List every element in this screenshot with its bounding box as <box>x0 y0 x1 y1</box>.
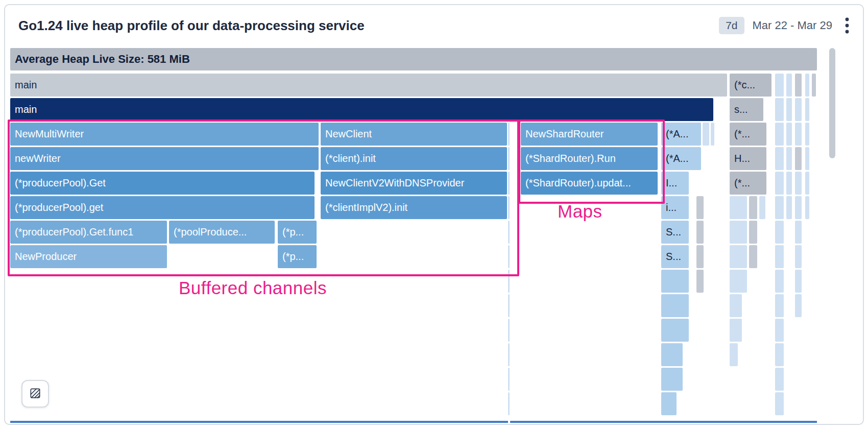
flame-bar[interactable]: (*poolProduce... <box>169 221 275 244</box>
flame-bar[interactable] <box>775 172 784 195</box>
flame-bar[interactable]: NewClientV2WithDNSProvider <box>321 172 507 195</box>
flame-bar[interactable] <box>730 221 747 244</box>
flame-bar[interactable] <box>508 294 510 317</box>
flame-bar[interactable] <box>508 147 510 170</box>
flame-bar[interactable]: NewShardRouter <box>521 123 658 146</box>
flame-bar[interactable] <box>508 368 510 391</box>
flame-bar[interactable] <box>775 123 784 146</box>
flame-bar[interactable]: (*... <box>730 123 766 146</box>
flame-bar[interactable]: (*ShardRouter).Run <box>521 147 658 170</box>
flame-bar[interactable] <box>508 172 510 195</box>
flame-bar[interactable] <box>775 74 784 97</box>
flame-bar[interactable] <box>508 196 510 219</box>
flame-bar[interactable] <box>795 123 802 146</box>
flame-bar[interactable]: main <box>10 74 727 97</box>
flame-bar[interactable] <box>786 74 792 97</box>
flame-bar[interactable] <box>786 98 792 121</box>
flame-bar[interactable]: (*producerPool).Get.func1 <box>10 221 167 244</box>
flame-bar[interactable] <box>795 221 802 244</box>
flame-bar[interactable] <box>786 123 792 146</box>
flamegraph-context-button[interactable] <box>21 380 49 408</box>
flame-bar[interactable] <box>805 172 809 195</box>
flame-bar[interactable] <box>775 319 784 342</box>
flame-bar[interactable] <box>508 221 510 244</box>
flame-bar[interactable] <box>775 368 784 391</box>
flame-bar[interactable]: (*producerPool).Get <box>10 172 315 195</box>
flame-bar[interactable] <box>661 392 677 415</box>
flame-bar[interactable] <box>730 196 747 219</box>
flame-bar[interactable] <box>775 196 784 219</box>
flame-bar[interactable] <box>730 294 742 317</box>
flame-bar[interactable] <box>812 74 816 97</box>
flame-bar[interactable] <box>775 245 784 268</box>
flame-bar[interactable]: (*client).init <box>321 147 507 170</box>
flame-bar[interactable] <box>795 245 802 268</box>
flame-bar[interactable]: i... <box>661 196 689 219</box>
flame-bar[interactable]: I... <box>661 172 689 195</box>
flame-bar[interactable] <box>786 147 792 170</box>
flame-root-bar[interactable]: Average Heap Live Size: 581 MiB <box>10 48 817 70</box>
flame-bar[interactable] <box>805 123 809 146</box>
flame-bar[interactable] <box>795 74 802 97</box>
flame-bar[interactable] <box>795 147 802 170</box>
flame-bar[interactable] <box>749 245 757 268</box>
flame-bar[interactable] <box>775 221 784 244</box>
flame-bar[interactable] <box>759 196 765 219</box>
flame-bar[interactable] <box>775 294 784 317</box>
flame-bar[interactable] <box>795 98 802 121</box>
flame-bar[interactable] <box>795 270 802 293</box>
flame-bar[interactable] <box>711 123 714 146</box>
flame-bar[interactable]: (*... <box>730 172 766 195</box>
flame-bar[interactable]: NewClient <box>321 123 507 146</box>
flame-bar[interactable] <box>508 270 510 293</box>
flame-bar[interactable] <box>508 245 510 268</box>
flame-bar[interactable] <box>795 196 802 219</box>
flame-bar[interactable]: (*c... <box>730 74 771 97</box>
date-range[interactable]: Mar 22 - Mar 29 <box>753 19 833 32</box>
flame-bar[interactable] <box>749 221 757 244</box>
flame-bar[interactable] <box>730 343 738 366</box>
flame-bar[interactable] <box>508 319 510 342</box>
flame-bar[interactable] <box>696 245 704 268</box>
flame-bar[interactable] <box>795 294 802 317</box>
flame-bar[interactable]: newWriter <box>10 147 319 170</box>
flame-bar[interactable] <box>775 270 784 293</box>
flame-bar[interactable] <box>661 294 689 317</box>
flame-bar[interactable]: (*p... <box>278 221 317 244</box>
flame-bar[interactable]: main <box>10 98 713 121</box>
kebab-menu-icon[interactable] <box>845 16 850 35</box>
flame-bar[interactable] <box>749 196 757 219</box>
flame-bar[interactable]: (*producerPool).get <box>10 196 315 219</box>
flame-bar[interactable] <box>661 368 683 391</box>
flame-bar[interactable]: NewMultiWriter <box>10 123 319 146</box>
flame-bar[interactable] <box>775 343 784 366</box>
flame-bar[interactable] <box>696 221 704 244</box>
flame-bar[interactable]: S... <box>661 221 689 244</box>
flame-bar[interactable] <box>786 196 792 219</box>
flame-bar[interactable] <box>775 392 784 415</box>
flame-bar[interactable] <box>805 147 809 170</box>
flame-bar[interactable] <box>805 196 809 219</box>
flame-bar[interactable] <box>508 392 510 415</box>
flame-bar[interactable] <box>703 123 709 146</box>
flame-bar[interactable] <box>508 123 510 146</box>
flame-bar[interactable]: (*clientImplV2).init <box>321 196 507 219</box>
flame-bar[interactable] <box>661 343 683 366</box>
flame-bar[interactable]: NewProducer <box>10 245 167 268</box>
flame-bar[interactable]: S... <box>661 245 689 268</box>
flame-bar[interactable] <box>775 98 784 121</box>
flame-bar[interactable]: (*p... <box>278 245 317 268</box>
scrollbar-thumb[interactable] <box>829 48 835 158</box>
flame-bar[interactable] <box>730 270 747 293</box>
flame-bar[interactable]: (*A... <box>661 123 701 146</box>
flame-bar[interactable] <box>805 98 809 121</box>
flame-bar[interactable] <box>730 319 742 342</box>
flame-bar[interactable] <box>795 172 802 195</box>
flame-bar[interactable] <box>508 343 510 366</box>
flame-bar[interactable] <box>696 196 704 219</box>
flame-bar[interactable] <box>805 74 809 97</box>
flame-bar[interactable] <box>786 172 792 195</box>
flame-bar[interactable] <box>730 245 747 268</box>
flame-bar[interactable] <box>661 319 689 342</box>
flame-bar[interactable]: H... <box>730 147 766 170</box>
